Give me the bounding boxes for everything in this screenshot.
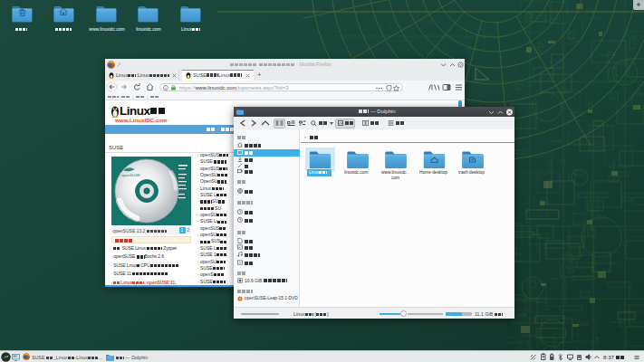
- svg-text:openSUSE: openSUSE: [121, 173, 140, 177]
